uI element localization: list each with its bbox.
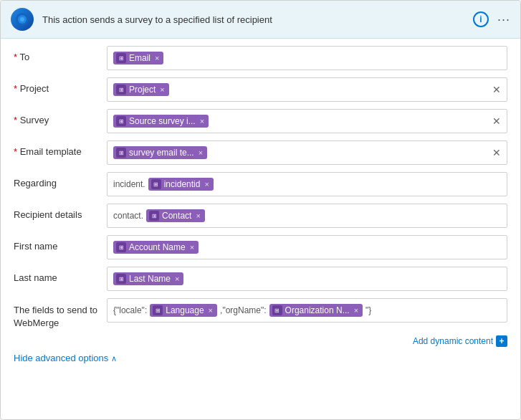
project-label: * Project [14, 77, 107, 94]
email-template-label: * Email template [14, 140, 107, 157]
to-field[interactable]: ⊞ Email × [107, 46, 507, 70]
regarding-row: Regarding incident. ⊞ incidentid × [14, 172, 507, 198]
email-template-token[interactable]: ⊞ survey email te... × [113, 146, 207, 159]
token-db-icon: ⊞ [151, 179, 161, 189]
info-icon[interactable]: i [473, 11, 489, 27]
required-star: * [14, 146, 20, 157]
email-token-close[interactable]: × [155, 54, 159, 62]
add-dynamic-content-link[interactable]: Add dynamic content + [413, 335, 507, 347]
action-card: This action sends a survey to a specifie… [0, 0, 521, 420]
webmerge-field[interactable]: {"locale": ⊞ Language × ,"orgName": ⊞ Or… [107, 298, 507, 323]
project-field[interactable]: ⊞ Project × ✕ [107, 77, 507, 102]
project-token-close[interactable]: × [160, 85, 164, 94]
survey-field[interactable]: ⊞ Source survey i... × ✕ [107, 109, 507, 133]
card-header: This action sends a survey to a specifie… [1, 1, 520, 39]
last-name-token[interactable]: ⊞ Last Name × [113, 272, 183, 285]
incidentid-token[interactable]: ⊞ incidentid × [148, 178, 214, 191]
first-name-label: First name [14, 235, 107, 252]
recipient-details-row: Recipient details contact. ⊞ Contact × [14, 204, 507, 229]
required-star: * [14, 83, 20, 94]
recipient-prefix: contact. [113, 211, 143, 221]
token-db-icon: ⊞ [116, 148, 126, 158]
token-db-icon: ⊞ [116, 53, 126, 63]
email-template-row: * Email template ⊞ survey email te... × … [14, 140, 507, 166]
add-dynamic-content-bar: Add dynamic content + [14, 335, 507, 347]
account-name-token[interactable]: ⊞ Account Name × [113, 241, 199, 254]
webmerge-prefix: {"locale": [113, 305, 147, 315]
org-name-token[interactable]: ⊞ Organization N... × [269, 304, 363, 317]
token-db-icon: ⊞ [116, 85, 126, 95]
regarding-field[interactable]: incident. ⊞ incidentid × [107, 172, 507, 196]
more-options-icon[interactable]: ··· [497, 12, 510, 27]
token-db-icon: ⊞ [116, 274, 126, 284]
token-db-icon: ⊞ [153, 305, 163, 315]
token-db-icon: ⊞ [116, 242, 126, 252]
webmerge-cursor: "} [365, 305, 371, 315]
incidentid-token-close[interactable]: × [204, 180, 209, 188]
survey-row: * Survey ⊞ Source survey i... × ✕ [14, 109, 507, 135]
last-name-token-close[interactable]: × [175, 275, 179, 283]
contact-token-close[interactable]: × [196, 211, 200, 220]
hide-advanced-options: Hide advanced options ∧ [14, 353, 507, 363]
add-dynamic-plus-icon: + [496, 335, 507, 347]
token-db-icon: ⊞ [272, 305, 282, 315]
survey-token-close[interactable]: × [200, 117, 204, 125]
account-name-token-close[interactable]: × [190, 243, 194, 252]
required-star: * [14, 115, 20, 125]
to-label: * To [14, 46, 107, 62]
regarding-label: Regarding [14, 172, 107, 188]
first-name-field[interactable]: ⊞ Account Name × [107, 235, 507, 259]
language-token[interactable]: ⊞ Language × [150, 304, 217, 317]
to-row: * To ⊞ Email × [14, 46, 507, 72]
email-token[interactable]: ⊞ Email × [113, 52, 163, 65]
survey-token[interactable]: ⊞ Source survey i... × [113, 115, 209, 128]
language-token-close[interactable]: × [209, 306, 213, 315]
last-name-label: Last name [14, 267, 107, 283]
email-template-token-close[interactable]: × [199, 148, 203, 157]
first-name-row: First name ⊞ Account Name × [14, 235, 507, 261]
recipient-details-field[interactable]: contact. ⊞ Contact × [107, 204, 507, 228]
survey-clear-btn[interactable]: ✕ [492, 115, 501, 127]
header-title: This action sends a survey to a specifie… [42, 14, 464, 25]
email-template-clear-btn[interactable]: ✕ [492, 147, 501, 158]
last-name-field[interactable]: ⊞ Last Name × [107, 267, 507, 291]
project-token[interactable]: ⊞ Project × [113, 83, 169, 96]
last-name-row: Last name ⊞ Last Name × [14, 267, 507, 292]
app-icon [11, 8, 34, 31]
project-clear-btn[interactable]: ✕ [492, 84, 501, 95]
token-db-icon: ⊞ [116, 116, 126, 126]
email-template-field[interactable]: ⊞ survey email te... × ✕ [107, 140, 507, 165]
hide-advanced-link[interactable]: Hide advanced options ∧ [14, 353, 117, 363]
webmerge-row: The fields to send to WebMerge {"locale"… [14, 298, 507, 330]
card-body: * To ⊞ Email × * Project ⊞ Project × [1, 39, 520, 419]
org-name-token-close[interactable]: × [354, 306, 358, 315]
regarding-prefix: incident. [113, 179, 145, 189]
chevron-up-icon: ∧ [111, 354, 117, 363]
project-row: * Project ⊞ Project × ✕ [14, 77, 507, 103]
token-db-icon: ⊞ [149, 211, 159, 221]
survey-label: * Survey [14, 109, 107, 125]
recipient-details-label: Recipient details [14, 204, 107, 220]
webmerge-label: The fields to send to WebMerge [14, 298, 107, 330]
svg-point-2 [20, 17, 24, 22]
webmerge-middle: ,"orgName": [220, 305, 267, 315]
contact-token[interactable]: ⊞ Contact × [146, 209, 205, 222]
